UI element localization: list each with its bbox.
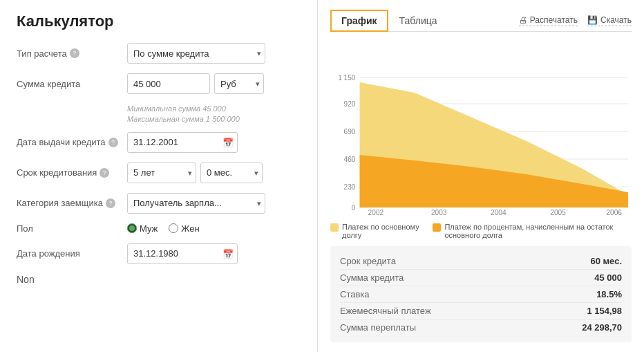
gender-radio-group: Муж Жен — [127, 223, 200, 234]
interest-swatch — [433, 223, 441, 232]
issue-date-controls: 📅 — [127, 132, 301, 153]
svg-text:2005: 2005 — [550, 209, 566, 216]
issue-date-wrapper: 📅 — [127, 132, 238, 153]
svg-text:0: 0 — [352, 204, 356, 212]
term-label: Срок кредитования ? — [17, 167, 127, 178]
download-button[interactable]: 💾 Скачать — [587, 15, 632, 26]
term-years-select[interactable]: 1 лет 2 лет 3 лет 4 лет 5 лет 6 лет 7 ле… — [127, 163, 196, 183]
tab-table[interactable]: Таблица — [388, 10, 448, 32]
issue-date-row: Дата выдачи кредита ? 📅 — [17, 132, 301, 153]
birthdate-wrapper: 📅 — [127, 243, 238, 264]
borrower-cat-select-wrapper: Получатель зарпла... Другое — [127, 193, 265, 214]
gender-male-radio[interactable] — [127, 223, 137, 233]
print-button[interactable]: 🖨 Распечатать — [519, 15, 578, 26]
gender-row: Пол Муж Жен — [17, 223, 301, 234]
calc-type-help-icon[interactable]: ? — [70, 48, 79, 58]
term-help-icon[interactable]: ? — [100, 168, 109, 178]
summary-row-payment: Ежемесячный платеж 1 154,98 — [340, 303, 622, 319]
print-icon: 🖨 — [519, 15, 527, 25]
svg-text:2002: 2002 — [368, 209, 384, 216]
calc-type-select[interactable]: По сумме кредита По ежемесячному платежу — [127, 43, 265, 64]
summary-table: Срок кредита 60 мес. Сумма кредита 45 00… — [330, 246, 632, 342]
currency-select[interactable]: Руб USD EUR — [214, 73, 264, 94]
chart-area: 1 150 920 690 460 230 0 2002 200 — [330, 39, 632, 217]
svg-text:2004: 2004 — [491, 209, 506, 216]
svg-text:2006: 2006 — [606, 209, 622, 216]
credit-sum-controls: Руб USD EUR — [127, 73, 301, 94]
borrower-cat-select[interactable]: Получатель зарпла... Другое — [127, 193, 265, 214]
term-row: Срок кредитования ? 1 лет 2 лет 3 лет 4 … — [17, 163, 301, 183]
gender-female-label[interactable]: Жен — [169, 223, 199, 234]
birthdate-input[interactable] — [127, 243, 238, 264]
svg-text:690: 690 — [344, 128, 356, 136]
chart-container: 1 150 920 690 460 230 0 2002 200 — [330, 39, 632, 342]
tabs-row: График Таблица 🖨 Распечатать 💾 Скачать — [330, 10, 632, 32]
borrower-cat-help-icon[interactable]: ? — [106, 198, 115, 208]
summary-row-amount: Сумма кредита 45 000 — [340, 270, 622, 286]
tab-chart[interactable]: График — [330, 10, 388, 32]
issue-date-label: Дата выдачи кредита ? — [17, 137, 127, 147]
svg-text:230: 230 — [344, 183, 356, 191]
gender-label: Пол — [17, 223, 127, 234]
term-controls: 1 лет 2 лет 3 лет 4 лет 5 лет 6 лет 7 ле… — [127, 163, 301, 183]
results-panel: График Таблица 🖨 Распечатать 💾 Скачать 1… — [318, 0, 644, 352]
birthdate-controls: 📅 — [127, 243, 301, 264]
gender-male-label[interactable]: Муж — [127, 223, 158, 234]
svg-text:920: 920 — [344, 100, 356, 108]
page-title: Калькулятор — [17, 12, 301, 30]
credit-sum-input[interactable] — [127, 73, 210, 94]
calc-type-select-wrapper: По сумме кредита По ежемесячному платежу — [127, 43, 265, 64]
summary-row-term: Срок кредита 60 мес. — [340, 253, 622, 270]
birthdate-label: Дата рождения — [17, 248, 127, 259]
download-icon: 💾 — [587, 15, 598, 25]
gender-female-radio[interactable] — [169, 223, 178, 233]
svg-text:460: 460 — [344, 156, 356, 163]
borrower-cat-row: Категория заемщика ? Получатель зарпла..… — [17, 193, 301, 214]
chart-svg: 1 150 920 690 460 230 0 2002 200 — [330, 72, 632, 217]
hint-min: Минимальная сумма 45 000 Максимальная су… — [127, 104, 301, 125]
tab-actions: 🖨 Распечатать 💾 Скачать — [519, 15, 632, 26]
non-label: Non — [17, 274, 301, 285]
term-months-select[interactable]: 0 мес. 1 мес. 2 мес. 3 мес. 6 мес. 11 ме… — [200, 163, 263, 183]
term-years-wrapper: 1 лет 2 лет 3 лет 4 лет 5 лет 6 лет 7 ле… — [127, 163, 196, 183]
issue-date-input[interactable] — [127, 132, 238, 153]
borrower-cat-label: Категория заемщика ? — [17, 198, 127, 208]
term-months-wrapper: 0 мес. 1 мес. 2 мес. 3 мес. 6 мес. 11 ме… — [200, 163, 263, 183]
issue-date-help-icon[interactable]: ? — [108, 138, 118, 147]
calculator-panel: Калькулятор Тип расчета ? По сумме креди… — [0, 0, 318, 352]
credit-sum-label: Сумма кредита — [17, 79, 127, 89]
legend-interest: Платеж по процентам, начисленным на оста… — [433, 223, 632, 239]
calc-type-label: Тип расчета ? — [17, 48, 127, 59]
gender-controls: Муж Жен — [127, 223, 301, 234]
chart-legend: Платеж по основному долгу Платеж по проц… — [330, 223, 632, 239]
legend-principal: Платеж по основному долгу — [330, 223, 422, 239]
calc-type-controls: По сумме кредита По ежемесячному платежу — [127, 43, 301, 64]
svg-text:2003: 2003 — [431, 209, 447, 216]
credit-sum-row: Сумма кредита Руб USD EUR — [17, 73, 301, 94]
principal-swatch — [330, 223, 339, 232]
summary-row-overpay: Сумма переплаты 24 298,70 — [340, 319, 622, 335]
currency-select-wrapper: Руб USD EUR — [214, 73, 264, 94]
calc-type-row: Тип расчета ? По сумме кредита По ежемес… — [17, 43, 301, 64]
svg-text:1 150: 1 150 — [338, 74, 356, 82]
summary-row-rate: Ставка 18.5% — [340, 286, 622, 303]
borrower-cat-controls: Получатель зарпла... Другое — [127, 193, 301, 214]
birthdate-row: Дата рождения 📅 — [17, 243, 301, 264]
